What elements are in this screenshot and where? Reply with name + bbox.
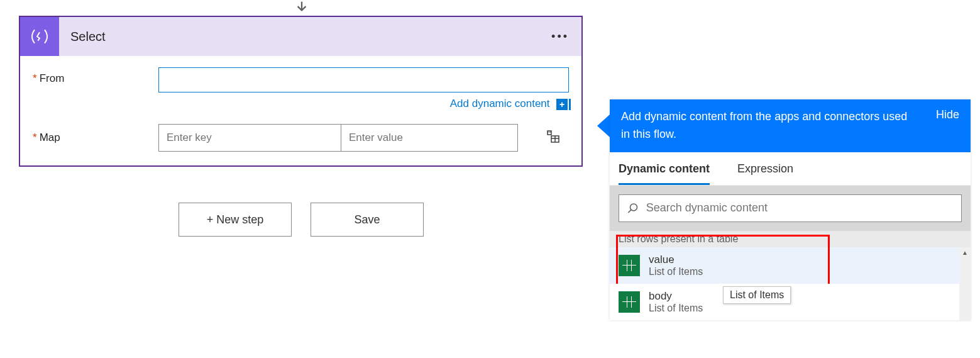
dynamic-item-title: value	[649, 254, 703, 266]
more-options-icon[interactable]: •••	[551, 30, 569, 43]
search-icon	[627, 202, 639, 215]
dynamic-item-text: body List of Items	[649, 290, 703, 314]
dynamic-content-items: value List of Items body List of Items L…	[610, 247, 971, 320]
dynamic-content-search-input[interactable]	[646, 201, 954, 215]
dynamic-item-description: List of Items	[649, 303, 703, 314]
map-field-label: *Map	[33, 131, 158, 144]
dynamic-item-tooltip: List of Items	[723, 286, 791, 304]
flow-arrow-down-icon	[294, 0, 310, 16]
svg-rect-0	[548, 131, 551, 135]
from-input[interactable]	[158, 67, 569, 92]
add-dynamic-content-bar-icon	[569, 99, 571, 110]
switch-to-text-mode-icon[interactable]	[546, 129, 561, 147]
select-card-body: *From Add dynamic content + *Map	[20, 56, 581, 165]
dynamic-item-text: value List of Items	[649, 254, 703, 277]
map-inputs-group	[158, 124, 518, 152]
new-step-button[interactable]: + New step	[179, 203, 292, 237]
dynamic-item-description: List of Items	[649, 266, 703, 277]
select-action-card: Select ••• *From Add dynamic content + *…	[19, 16, 583, 167]
save-button[interactable]: Save	[311, 203, 424, 237]
excel-icon	[619, 255, 640, 276]
svg-line-6	[628, 210, 631, 213]
hide-dynamic-panel-link[interactable]: Hide	[936, 108, 959, 121]
scroll-up-icon[interactable]: ▲	[959, 247, 971, 259]
map-key-input[interactable]	[159, 125, 341, 151]
flow-action-buttons: + New step Save	[179, 203, 424, 237]
dynamic-item-title: body	[649, 290, 703, 303]
select-card-header[interactable]: Select •••	[20, 17, 581, 56]
dynamic-item-body[interactable]: body List of Items List of Items	[610, 284, 971, 320]
map-value-input[interactable]	[341, 125, 517, 151]
dynamic-panel-callout-arrow-icon	[597, 115, 610, 137]
dynamic-content-header-text: Add dynamic content from the apps and co…	[621, 108, 910, 143]
select-action-icon	[20, 17, 59, 56]
excel-icon	[619, 291, 640, 313]
dynamic-content-search-area	[610, 186, 971, 231]
add-dynamic-content-link[interactable]: Add dynamic content	[450, 98, 550, 109]
dynamic-content-panel: Add dynamic content from the apps and co…	[610, 99, 971, 320]
dynamic-content-group-header: List rows present in a table	[610, 231, 971, 247]
svg-point-5	[630, 204, 637, 211]
dynamic-item-value[interactable]: value List of Items	[610, 247, 971, 284]
dynamic-content-search-box[interactable]	[619, 194, 962, 222]
from-field-label: *From	[33, 67, 158, 85]
dynamic-content-scrollbar[interactable]: ▲	[959, 247, 971, 320]
dynamic-content-tabs: Dynamic content Expression	[610, 152, 971, 186]
select-card-title: Select	[59, 30, 106, 44]
add-dynamic-content-plus-icon[interactable]: +	[556, 99, 568, 110]
tab-expression[interactable]: Expression	[737, 152, 793, 185]
dynamic-content-header: Add dynamic content from the apps and co…	[610, 99, 971, 152]
tab-dynamic-content[interactable]: Dynamic content	[619, 152, 710, 185]
